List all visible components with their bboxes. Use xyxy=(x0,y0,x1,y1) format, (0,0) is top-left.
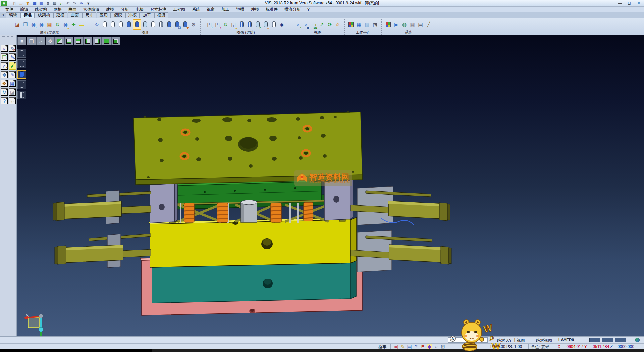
tab-编辑[interactable]: 编辑 xyxy=(6,12,20,18)
blueprint-icon[interactable]: ▦ xyxy=(9,80,16,87)
menu-电极[interactable]: 电极 xyxy=(132,7,147,12)
tab-加工[interactable]: 加工 xyxy=(140,12,154,18)
hatched-mode-button[interactable] xyxy=(17,91,26,99)
shaded-active-cylinder-icon[interactable] xyxy=(133,19,141,30)
dashed-cylinder-icon[interactable] xyxy=(117,19,125,30)
model-right-lower-cylinder[interactable] xyxy=(351,230,451,272)
show-entities-icon[interactable]: ◉+ xyxy=(30,19,37,30)
workplane-grid-icon[interactable]: ▨ xyxy=(363,19,371,30)
zoom-pan-icon[interactable]: ⌕ xyxy=(1,45,8,52)
hidden-line-cylinder-icon[interactable] xyxy=(109,19,117,30)
print-icon[interactable]: ▤ xyxy=(52,1,58,6)
menu-视窗[interactable]: 视窗 xyxy=(203,7,218,12)
zoom-all-icon[interactable]: ⌕▣ xyxy=(302,19,310,30)
tab-应用[interactable]: 应用 xyxy=(97,12,111,18)
workplane-view-icon[interactable]: ▦ xyxy=(355,19,363,30)
model-left-lower-cylinder[interactable] xyxy=(55,234,151,268)
system-table-icon[interactable]: ▤ xyxy=(417,19,424,30)
menu-网格[interactable]: 网格 xyxy=(50,7,65,12)
menu-建模[interactable]: 建模 xyxy=(103,7,117,12)
refresh-icon[interactable]: ↻ xyxy=(1,88,8,96)
system-palette-icon[interactable] xyxy=(384,19,392,30)
erase-sketch-icon[interactable]: ✎✕ xyxy=(9,45,16,52)
system-monitor-icon[interactable]: ▣ xyxy=(392,19,400,30)
axes-move-icon[interactable]: ✥ xyxy=(1,71,8,78)
menu-模流分析[interactable]: 模流分析 xyxy=(281,7,304,12)
system-ruler-icon[interactable]: ╱ xyxy=(425,19,432,30)
zoom-window-button[interactable]: ⌕ xyxy=(36,37,45,45)
new-file-icon[interactable]: ▯ xyxy=(11,1,17,6)
cube-toggle-icon[interactable]: ◲± xyxy=(230,19,237,30)
confirm-check-icon[interactable]: ✔ xyxy=(9,62,16,70)
qa-dropdown-icon[interactable]: ▾ xyxy=(85,1,91,6)
mesh-cylinder-icon[interactable] xyxy=(270,19,278,30)
model-yellow-plate[interactable] xyxy=(149,217,357,267)
status-flag-icon[interactable]: ⚑ xyxy=(420,344,426,349)
menu-分析[interactable]: 分析 xyxy=(117,7,132,12)
tab-尺寸[interactable]: 尺寸 xyxy=(82,12,96,18)
wireframe-mode-button[interactable] xyxy=(17,49,26,58)
save-as-icon[interactable]: ▦ xyxy=(38,1,44,6)
hidden-line-mode-button[interactable] xyxy=(17,59,26,68)
visi-logo[interactable]: V xyxy=(1,1,7,6)
tab-模流[interactable]: 模流 xyxy=(154,12,168,18)
left-view-button[interactable] xyxy=(83,37,92,45)
menu-文件[interactable]: 文件 xyxy=(2,7,17,12)
menu-尺寸标注[interactable]: 尺寸标注 xyxy=(147,7,170,12)
menu-冲模[interactable]: 冲模 xyxy=(248,7,262,12)
sketch-style-icon[interactable]: ✎S xyxy=(9,53,16,61)
menu-曲面[interactable]: 曲面 xyxy=(65,7,80,12)
preview-icon[interactable]: ⌕ xyxy=(58,1,64,6)
menu-工程图[interactable]: 工程图 xyxy=(170,7,189,12)
wireframe-cylinder-icon[interactable] xyxy=(101,19,109,30)
cube-refresh-icon[interactable]: ↻ xyxy=(222,19,229,30)
hatched-cylinder-icon[interactable] xyxy=(157,19,165,30)
help-icon[interactable]: ? xyxy=(1,97,8,104)
menu-塑模[interactable]: 塑模 xyxy=(233,7,248,12)
menu-标准件[interactable]: 标准件 xyxy=(262,7,281,12)
striped-cylinder-2-icon[interactable] xyxy=(246,19,254,30)
layer-swatch-2[interactable] xyxy=(602,338,613,342)
refresh-visibility-icon[interactable]: ↻ xyxy=(54,19,61,30)
status-grid-icon[interactable]: ⊞ xyxy=(440,344,446,349)
system-grid-icon[interactable]: ▦ xyxy=(409,19,416,30)
active-layer-label[interactable]: LAYER0 xyxy=(558,338,574,342)
tab-曲面[interactable]: 曲面 xyxy=(68,12,82,18)
hide-entities-icon[interactable]: ◉− xyxy=(38,19,45,30)
solid-diamond-icon[interactable]: ◆ xyxy=(278,19,286,30)
status-bucket-icon[interactable]: ▤ xyxy=(407,344,412,349)
tab-冲模[interactable]: 冲模 xyxy=(125,12,140,18)
view-orientation-label[interactable]: 绝对 XY 上视图 xyxy=(497,338,525,343)
menu-?[interactable]: ? xyxy=(304,7,313,12)
undo-icon[interactable]: ↶ xyxy=(65,1,71,6)
open-folder-icon[interactable]: ▱ xyxy=(18,1,24,6)
workplane-slanted-icon[interactable]: ⬔ xyxy=(371,19,379,30)
cylinder-settings-icon[interactable]: ✱ xyxy=(181,19,189,30)
menu-线架构[interactable]: 线架构 xyxy=(32,7,50,12)
layers-palette-icon[interactable]: ❖ xyxy=(1,80,8,87)
filter-traffic-light-icon[interactable]: ▦ xyxy=(46,19,53,30)
remove-filter-icon[interactable]: ▬ xyxy=(78,19,86,30)
layer-swatch-3[interactable] xyxy=(615,338,626,342)
tab-dropdown-icon[interactable]: ▼ xyxy=(1,13,6,18)
redo-icon[interactable]: ↷ xyxy=(72,1,78,6)
tab-塑膜[interactable]: 塑膜 xyxy=(111,12,125,18)
layer-swatch-1[interactable] xyxy=(589,338,600,342)
measure-icon[interactable]: ↔ xyxy=(9,97,16,104)
back-view-button[interactable] xyxy=(111,37,120,45)
fit-frame-icon[interactable]: ❏ xyxy=(1,53,8,61)
3d-viewport[interactable]: ≡❏⌕✥ xyxy=(17,35,644,336)
check-cylinder-icon[interactable]: ✔ xyxy=(254,19,262,30)
axes-button[interactable]: ✥ xyxy=(46,37,55,45)
copy-cylinder-orange-icon[interactable]: ❏ xyxy=(262,19,270,30)
assistant-badge[interactable]: A xyxy=(450,336,456,342)
fit-view-button[interactable]: ❏ xyxy=(27,37,36,45)
top-view-button[interactable] xyxy=(74,37,83,45)
minimize-button[interactable]: — xyxy=(615,0,625,6)
wrench-icon[interactable]: ⚙ xyxy=(190,19,197,30)
model-purple-block-left[interactable] xyxy=(150,182,177,223)
tab-线架构[interactable]: 线架构 xyxy=(35,12,53,18)
export-icon[interactable]: ⇫ xyxy=(45,1,51,6)
zoom-1-1-icon[interactable]: ▭1:1 xyxy=(310,19,318,30)
shade-eye-icon[interactable]: ☺ xyxy=(334,19,342,30)
